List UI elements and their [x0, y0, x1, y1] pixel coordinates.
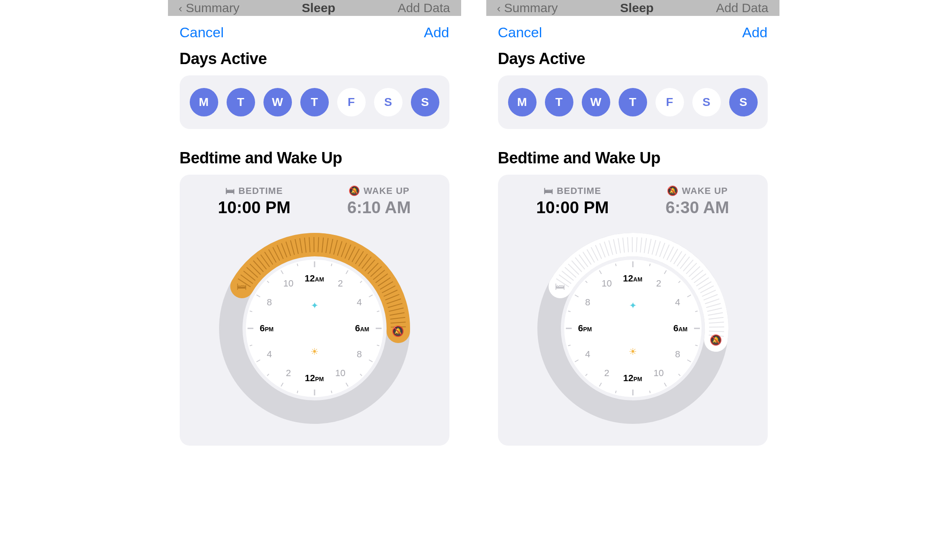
add-button[interactable]: Add: [742, 24, 768, 41]
days-card: MTWTFSS: [498, 75, 768, 129]
day-toggle-2[interactable]: W: [263, 88, 292, 116]
days-card: MTWTFSS: [180, 75, 449, 129]
clock-hour-label: 10: [335, 368, 345, 379]
alarm-off-icon[interactable]: 🔕: [392, 325, 404, 337]
parent-app-bar: ‹ Summary Sleep Add Data: [168, 0, 461, 16]
wakeup-label: 🔕 WAKE UP: [348, 186, 410, 196]
day-toggle-3[interactable]: T: [300, 88, 329, 116]
clock-hour-label: 6PM: [260, 323, 274, 334]
clock-hour-label: 2: [656, 278, 661, 289]
clock-hour-label: 4: [675, 297, 680, 308]
day-toggle-6[interactable]: S: [411, 88, 439, 116]
day-toggle-0[interactable]: M: [508, 88, 537, 116]
bed-icon[interactable]: 🛏: [555, 281, 565, 292]
parent-app-bar: ‹ Summary Sleep Add Data: [486, 0, 779, 16]
clock-hour-label: 12AM: [623, 273, 642, 284]
bed-icon[interactable]: 🛏: [237, 281, 247, 292]
clock-card: 🛏 BEDTIME 10:00 PM 🔕 WAKE UP 6:30 AM 12A…: [498, 175, 768, 446]
bedtime-label: 🛏 BEDTIME: [544, 186, 601, 196]
sheet-nav: Cancel Add: [180, 24, 449, 41]
clock-hour-label: 12AM: [304, 273, 324, 284]
svg-line-126: [709, 327, 724, 327]
clock-hour-label: 4: [357, 297, 362, 308]
clock-hour-label: 12PM: [623, 373, 642, 384]
sheet-nav: Cancel Add: [498, 24, 768, 41]
sun-icon: ☀: [629, 346, 637, 357]
cancel-button[interactable]: Cancel: [498, 24, 542, 41]
day-selector: MTWTFSS: [508, 88, 758, 116]
stars-icon: ✦: [311, 300, 318, 311]
sleep-dial[interactable]: 12AM246AM81012PM246PM810✦☀🛏🔕: [532, 228, 733, 429]
day-selector: MTWTFSS: [190, 88, 439, 116]
clock-hour-label: 2: [286, 368, 291, 379]
chevron-left-icon: ‹: [179, 2, 183, 15]
bed-icon: 🛏: [544, 186, 553, 196]
day-toggle-1[interactable]: T: [227, 88, 255, 116]
section-days-heading: Days Active: [180, 50, 449, 68]
bedtime-label: 🛏 BEDTIME: [225, 186, 283, 196]
wakeup-col: 🔕 WAKE UP 6:10 AM: [347, 186, 411, 217]
day-toggle-4[interactable]: F: [655, 88, 684, 116]
stars-icon: ✦: [629, 300, 637, 311]
app-bar-title: Sleep: [302, 1, 335, 15]
add-button[interactable]: Add: [424, 24, 449, 41]
bedtime-col: 🛏 BEDTIME 10:00 PM: [218, 186, 290, 217]
bedtime-value: 10:00 PM: [218, 198, 290, 217]
clock-hour-label: 6AM: [355, 323, 369, 334]
bedtime-col: 🛏 BEDTIME 10:00 PM: [536, 186, 609, 217]
day-toggle-0[interactable]: M: [190, 88, 218, 116]
screen-right: ‹ Summary Sleep Add Data Cancel Add Days…: [486, 0, 779, 516]
day-toggle-4[interactable]: F: [337, 88, 366, 116]
clock-hour-label: 10: [653, 368, 663, 379]
day-toggle-3[interactable]: T: [619, 88, 647, 116]
day-toggle-5[interactable]: S: [692, 88, 721, 116]
clock-hour-label: 2: [604, 368, 609, 379]
wakeup-value: 6:30 AM: [666, 198, 729, 217]
day-toggle-5[interactable]: S: [374, 88, 403, 116]
sun-icon: ☀: [310, 346, 319, 357]
back-label: ‹ Summary: [179, 1, 240, 15]
app-bar-title: Sleep: [620, 1, 654, 15]
wakeup-label: 🔕 WAKE UP: [667, 186, 728, 196]
clock-hour-label: 8: [267, 297, 272, 308]
add-schedule-sheet: Cancel Add Days Active MTWTFSS Bedtime a…: [486, 13, 779, 516]
svg-line-127: [709, 331, 724, 331]
section-bedtime-heading: Bedtime and Wake Up: [498, 149, 768, 167]
wakeup-col: 🔕 WAKE UP 6:30 AM: [666, 186, 729, 217]
wakeup-value: 6:10 AM: [347, 198, 411, 217]
chevron-left-icon: ‹: [497, 2, 501, 15]
alarm-off-icon: 🔕: [348, 186, 360, 196]
clock-hour-label: 2: [338, 278, 343, 289]
sleep-dial[interactable]: 12AM246AM81012PM246PM810✦☀🛏🔕: [214, 228, 415, 429]
clock-hour-label: 6PM: [578, 323, 592, 334]
clock-hour-label: 10: [283, 278, 293, 289]
clock-hour-label: 6AM: [673, 323, 687, 334]
clock-card: 🛏 BEDTIME 10:00 PM 🔕 WAKE UP 6:10 AM 12A…: [180, 175, 449, 446]
day-toggle-1[interactable]: T: [545, 88, 573, 116]
screen-left: ‹ Summary Sleep Add Data Cancel Add Days…: [168, 0, 461, 516]
bedtime-value: 10:00 PM: [536, 198, 609, 217]
clock-hour-label: 8: [675, 349, 680, 360]
bed-icon: 🛏: [225, 186, 235, 196]
times-row: 🛏 BEDTIME 10:00 PM 🔕 WAKE UP 6:10 AM: [190, 186, 439, 217]
clock-hour-label: 12PM: [305, 373, 324, 384]
cancel-button[interactable]: Cancel: [180, 24, 224, 41]
alarm-off-icon[interactable]: 🔕: [710, 334, 722, 346]
section-days-heading: Days Active: [498, 50, 768, 68]
clock-hour-label: 4: [585, 349, 590, 360]
times-row: 🛏 BEDTIME 10:00 PM 🔕 WAKE UP 6:30 AM: [508, 186, 758, 217]
app-bar-action: Add Data: [716, 1, 768, 15]
day-toggle-2[interactable]: W: [582, 88, 610, 116]
app-bar-action: Add Data: [397, 1, 450, 15]
alarm-off-icon: 🔕: [667, 186, 679, 196]
clock-hour-label: 8: [357, 349, 362, 360]
add-schedule-sheet: Cancel Add Days Active MTWTFSS Bedtime a…: [168, 13, 461, 516]
back-label: ‹ Summary: [497, 1, 558, 15]
day-toggle-6[interactable]: S: [729, 88, 758, 116]
section-bedtime-heading: Bedtime and Wake Up: [180, 149, 449, 167]
clock-hour-label: 8: [585, 297, 590, 308]
clock-hour-label: 10: [601, 278, 612, 289]
clock-hour-label: 4: [267, 349, 272, 360]
